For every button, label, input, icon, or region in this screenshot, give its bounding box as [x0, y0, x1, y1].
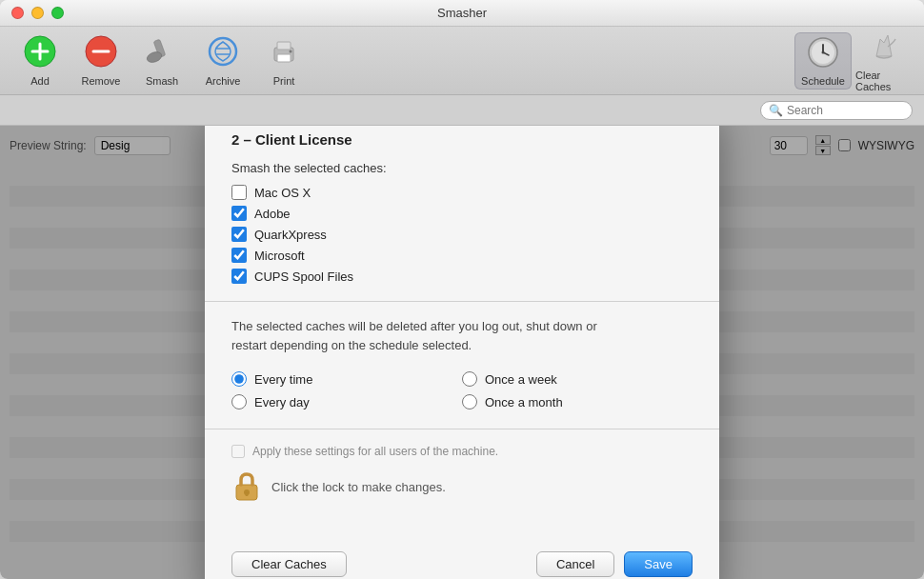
- lock-icon-wrap[interactable]: [231, 471, 262, 502]
- once-a-week-radio[interactable]: [462, 371, 477, 387]
- checkbox-list: Mac OS X Adobe QuarkXpress Microsof: [231, 185, 693, 284]
- modal-content: 2 – Client License Smash the selected ca…: [205, 126, 719, 540]
- svg-rect-12: [277, 54, 291, 62]
- search-bar-row: 🔍: [0, 95, 924, 126]
- modal-subtitle: Smash the selected caches:: [231, 161, 693, 175]
- lock-row: Click the lock to make changes.: [231, 471, 693, 502]
- radio-groups: Every time Once a week Every day On: [231, 371, 693, 409]
- quarkxpress-checkbox[interactable]: [231, 227, 247, 242]
- macosx-label: Mac OS X: [254, 186, 311, 200]
- maximize-button[interactable]: [51, 7, 64, 19]
- svg-point-13: [290, 50, 292, 53]
- apply-all-label: Apply these settings for all users of th…: [252, 445, 498, 458]
- toolbar-clear-caches[interactable]: Clear Caches: [855, 32, 913, 90]
- modal-dialog: 2 – Client License Smash the selected ca…: [205, 126, 719, 579]
- content-area: Preview String: ▲ ▼ WYSIWYG: [0, 126, 924, 579]
- remove-label: Remove: [82, 75, 121, 87]
- once-a-month-label: Once a month: [485, 395, 563, 409]
- clear-caches-icon: [867, 30, 901, 68]
- radio-once-a-week: Once a week: [462, 371, 693, 387]
- window-controls: [11, 7, 64, 19]
- modal-title: 2 – Client License: [231, 131, 693, 148]
- checkbox-adobe: Adobe: [231, 206, 693, 221]
- cups-label: CUPS Spool Files: [254, 270, 353, 284]
- titlebar: Smasher: [0, 0, 924, 27]
- schedule-icon: [806, 35, 840, 73]
- search-icon: 🔍: [769, 104, 783, 117]
- radio-once-a-month: Once a month: [462, 394, 693, 409]
- radio-every-day: Every day: [231, 394, 462, 409]
- adobe-checkbox[interactable]: [231, 206, 247, 221]
- every-time-radio[interactable]: [231, 371, 247, 387]
- print-icon: [267, 34, 301, 73]
- every-time-label: Every time: [254, 372, 312, 387]
- modal-divider-2: [205, 429, 719, 429]
- once-a-week-label: Once a week: [485, 372, 557, 387]
- lock-icon: [233, 471, 260, 502]
- microsoft-checkbox[interactable]: [231, 248, 247, 263]
- modal-overlay: 2 – Client License Smash the selected ca…: [0, 126, 924, 579]
- print-label: Print: [273, 75, 295, 87]
- checkbox-macosx: Mac OS X: [231, 185, 693, 200]
- quarkxpress-label: QuarkXpress: [254, 228, 327, 242]
- svg-point-18: [822, 50, 825, 53]
- toolbar: Add Remove Smash: [0, 27, 924, 95]
- add-label: Add: [30, 75, 50, 87]
- clear-caches-toolbar-label: Clear Caches: [855, 70, 913, 92]
- macosx-checkbox[interactable]: [231, 185, 247, 200]
- archive-icon: [206, 34, 240, 73]
- apply-row: Apply these settings for all users of th…: [231, 445, 693, 458]
- checkbox-quarkxpress: QuarkXpress: [231, 227, 693, 242]
- search-input[interactable]: [787, 104, 901, 117]
- save-button[interactable]: Save: [624, 551, 693, 577]
- smash-icon: [145, 34, 179, 73]
- info-text: The selected caches will be deleted afte…: [231, 317, 693, 354]
- toolbar-add[interactable]: Add: [11, 32, 69, 90]
- toolbar-smash[interactable]: Smash: [133, 32, 191, 90]
- adobe-label: Adobe: [254, 207, 291, 221]
- main-window: Smasher Add Remove: [0, 0, 924, 579]
- svg-rect-21: [246, 492, 249, 496]
- toolbar-remove[interactable]: Remove: [72, 32, 130, 90]
- every-day-radio[interactable]: [231, 394, 247, 409]
- clear-caches-button[interactable]: Clear Caches: [231, 551, 347, 577]
- archive-label: Archive: [206, 75, 241, 87]
- search-input-wrap: 🔍: [760, 101, 913, 120]
- smash-label: Smash: [146, 75, 178, 87]
- every-day-label: Every day: [254, 395, 310, 409]
- info-text-line2: restart depending on the schedule select…: [231, 338, 472, 352]
- cancel-button[interactable]: Cancel: [536, 551, 614, 577]
- cups-checkbox[interactable]: [231, 269, 247, 284]
- info-text-line1: The selected caches will be deleted afte…: [231, 319, 597, 333]
- toolbar-schedule[interactable]: Schedule: [794, 32, 852, 90]
- modal-footer: Clear Caches Cancel Save: [205, 540, 719, 579]
- toolbar-archive[interactable]: Archive: [194, 32, 251, 90]
- svg-rect-11: [277, 42, 291, 50]
- remove-icon: [84, 34, 118, 73]
- minimize-button[interactable]: [31, 7, 44, 19]
- close-button[interactable]: [11, 7, 24, 19]
- apply-all-checkbox[interactable]: [231, 445, 245, 458]
- microsoft-label: Microsoft: [254, 249, 305, 263]
- once-a-month-radio[interactable]: [462, 394, 477, 409]
- radio-every-time: Every time: [231, 371, 462, 387]
- schedule-label: Schedule: [801, 75, 845, 87]
- add-icon: [23, 34, 57, 73]
- checkbox-cups: CUPS Spool Files: [231, 269, 693, 284]
- checkbox-microsoft: Microsoft: [231, 248, 693, 263]
- toolbar-print[interactable]: Print: [255, 32, 312, 90]
- modal-divider-1: [205, 301, 719, 302]
- footer-left: Clear Caches: [231, 551, 527, 577]
- window-title: Smasher: [437, 6, 487, 20]
- lock-text: Click the lock to make changes.: [271, 480, 446, 494]
